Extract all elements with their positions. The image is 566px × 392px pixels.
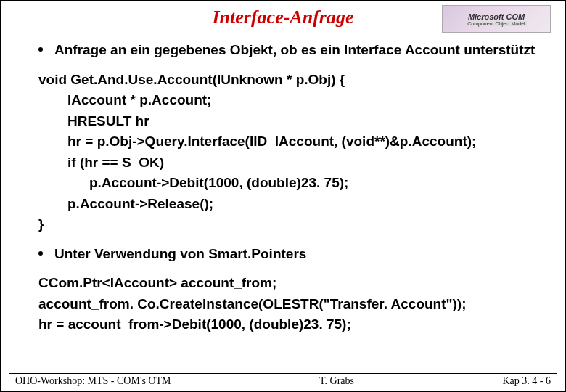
bullet-dot-icon: [38, 47, 43, 52]
code-block-1: void Get.And.Use.Account(IUnknown * p.Ob…: [22, 70, 544, 235]
code-line: hr = p.Obj->Query.Interface(IID_IAccount…: [38, 131, 544, 152]
title-row: Interface-Anfrage Microsoft COM Componen…: [22, 7, 544, 28]
bullet-dot-icon: [38, 251, 43, 256]
logo-text-bottom: Component Object Model: [466, 21, 526, 26]
code-line: IAccount * p.Account;: [38, 90, 544, 111]
code-line: account_from. Co.CreateInstance(OLESTR("…: [38, 294, 544, 315]
footer-right: Kap 3. 4 - 6: [503, 375, 551, 387]
footer-left: OHO-Workshop: MTS - COM's OTM: [15, 375, 171, 387]
code-line: void Get.And.Use.Account(IUnknown * p.Ob…: [38, 70, 544, 91]
bullet-text-1: Anfrage an ein gegebenes Objekt, ob es e…: [54, 41, 535, 60]
bullet-item-2: Unter Verwendung von Smart.Pointers: [22, 245, 544, 264]
logo-text-top: Microsoft COM: [468, 12, 525, 21]
code-line: CCom.Ptr<IAccount> account_from;: [38, 273, 544, 294]
footer-divider: [9, 373, 557, 374]
code-line: }: [38, 214, 544, 235]
slide: Interface-Anfrage Microsoft COM Componen…: [1, 1, 565, 391]
code-line: p.Account->Debit(1000, (double)23. 75);: [38, 173, 544, 194]
footer-center: T. Grabs: [319, 375, 354, 387]
code-line: HRESULT hr: [38, 111, 544, 132]
code-line: if (hr == S_OK): [38, 152, 544, 173]
code-line: hr = account_from->Debit(1000, (double)2…: [38, 314, 544, 335]
com-logo: Microsoft COM Component Object Model: [442, 5, 551, 33]
bullet-text-2: Unter Verwendung von Smart.Pointers: [54, 245, 306, 264]
code-line: p.Account->Release();: [38, 194, 544, 215]
code-block-2: CCom.Ptr<IAccount> account_from; account…: [22, 273, 544, 335]
slide-footer: OHO-Workshop: MTS - COM's OTM T. Grabs K…: [1, 375, 565, 387]
bullet-item-1: Anfrage an ein gegebenes Objekt, ob es e…: [22, 41, 544, 60]
